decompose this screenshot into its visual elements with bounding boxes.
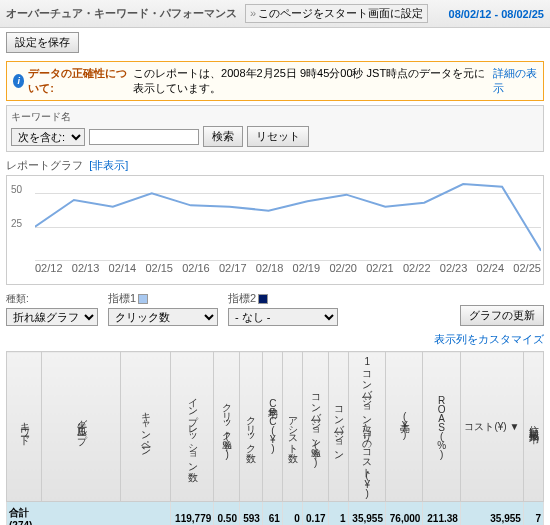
col-header[interactable]: 売上(¥) — [385, 352, 422, 502]
customize-columns-link[interactable]: 表示列をカスタマイズ — [434, 333, 544, 345]
info-banner: i データの正確性について: このレポートは、2008年2月25日 9時45分0… — [6, 61, 544, 101]
col-header[interactable]: 平均掲載順位 — [523, 352, 543, 502]
filter-match-select[interactable]: 次を含む: — [11, 128, 85, 146]
col-header[interactable]: アシスト数 — [282, 352, 302, 502]
filter-label: キーワード名 — [11, 110, 539, 124]
col-header[interactable]: 平均CPC(¥) — [262, 352, 282, 502]
report-chart: 50 25 02/1202/1302/1402/1502/1602/1702/1… — [6, 175, 544, 285]
metric1-swatch — [138, 294, 148, 304]
col-header[interactable]: 1コンバージョン当たりのコスト(¥) — [348, 352, 385, 502]
update-graph-button[interactable]: グラフの更新 — [460, 305, 544, 326]
info-label: データの正確性について: — [28, 66, 129, 96]
col-header[interactable]: インプレッション数 — [170, 352, 213, 502]
metric1-label: 指標1 — [108, 292, 136, 304]
col-header[interactable]: 広告グループ — [42, 352, 121, 502]
info-text: このレポートは、2008年2月25日 9時45分00秒 JST時点のデータを元に… — [133, 66, 489, 96]
reset-button[interactable]: リセット — [247, 126, 309, 147]
col-header[interactable]: キャンペーン — [120, 352, 170, 502]
graph-section-title: レポートグラフ — [6, 159, 83, 171]
metric2-label: 指標2 — [228, 292, 256, 304]
col-header[interactable]: コンバージョン率(%) — [302, 352, 328, 502]
col-header[interactable]: クリック数 — [240, 352, 263, 502]
metric2-swatch — [258, 294, 268, 304]
set-start-page-button[interactable]: »このページをスタート画面に設定 — [245, 4, 428, 23]
graph-toggle-link[interactable]: [非表示] — [89, 159, 128, 171]
chart-type-select[interactable]: 折れ線グラフ — [6, 308, 98, 326]
performance-table: キーワード広告グループキャンペーンインプレッション数クリック率(%)クリック数平… — [6, 351, 544, 525]
chart-type-label: 種類: — [6, 292, 98, 306]
col-header[interactable]: クリック率(%) — [214, 352, 240, 502]
metric2-select[interactable]: - なし - — [228, 308, 338, 326]
chevron-icon: » — [250, 7, 256, 19]
date-range[interactable]: 08/02/12 - 08/02/25 — [449, 8, 544, 20]
info-details-link[interactable]: 詳細の表示 — [493, 66, 537, 96]
col-header[interactable]: キーワード — [7, 352, 42, 502]
summary-row: 合計 (274)119,7790.505936100.17135,95576,0… — [7, 502, 544, 526]
col-header[interactable]: ROAS(%) — [423, 352, 460, 502]
save-settings-button[interactable]: 設定を保存 — [6, 32, 79, 53]
info-icon: i — [13, 74, 24, 88]
col-header[interactable]: コスト(¥) ▼ — [460, 352, 523, 502]
search-button[interactable]: 検索 — [203, 126, 243, 147]
col-header[interactable]: コンバージョン — [328, 352, 348, 502]
page-title: オーバーチュア・キーワード・パフォーマンス — [6, 6, 237, 21]
metric1-select[interactable]: クリック数 — [108, 308, 218, 326]
filter-keyword-input[interactable] — [89, 129, 199, 145]
